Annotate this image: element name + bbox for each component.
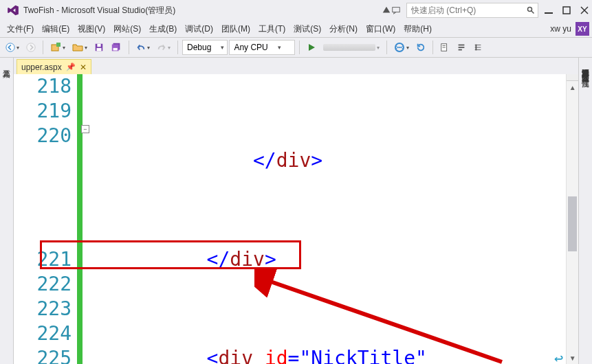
browser-select[interactable]: ▾ [320,40,382,55]
window-title: TwoFish - Microsoft Visual Studio(管理员) [23,5,175,16]
line-number [14,148,72,173]
nav-forward-button[interactable] [23,40,39,55]
toolbox-tab[interactable]: 工具箱 [0,60,13,69]
svg-line-2 [531,11,534,14]
search-icon[interactable] [524,3,538,17]
scrollbar-track[interactable] [567,93,578,352]
svg-rect-3 [545,12,553,14]
main-toolbar: ▾ ▾ ▾ ▾ ▾ Debug▾ Any CPU▾ ▾ ▾ [0,37,592,58]
uncomment-button[interactable] [470,40,485,55]
line-number: 223 [14,297,72,321]
username-label: xw yu [550,24,571,34]
menu-bar: 文件(F) 编辑(E) 视图(V) 网站(S) 生成(B) 调试(D) 团队(M… [0,21,592,37]
editor-column: upper.aspx 📌 ✕ 218 219 220 221 222 223 2… [14,58,578,364]
menu-build[interactable]: 生成(B) [145,22,181,36]
minimize-button[interactable] [544,5,553,15]
platform-select[interactable]: Any CPU▾ [229,40,295,55]
svg-rect-13 [97,48,102,51]
comment-button[interactable] [454,40,469,55]
line-number: 225 [14,346,72,364]
save-all-button[interactable] [108,40,124,55]
word-wrap-glyph-icon: ↩ [554,346,563,364]
svg-rect-0 [393,8,400,12]
configuration-select[interactable]: Debug▾ [182,40,228,55]
document-tab-upper-aspx[interactable]: upper.aspx 📌 ✕ [17,59,91,74]
menu-tools[interactable]: 工具(T) [254,22,289,36]
save-button[interactable] [91,40,107,55]
configuration-value: Debug [187,43,211,52]
line-number: 221 [14,247,72,272]
svg-point-8 [27,43,35,52]
refresh-browsers-button[interactable] [413,40,428,55]
redo-button[interactable]: ▾ [154,40,173,55]
code-line: </div> [89,148,566,173]
svg-point-1 [528,8,532,12]
splitter-handle[interactable] [567,74,578,81]
maximize-button[interactable] [562,5,571,15]
line-number: 218 [14,74,72,99]
svg-rect-10 [56,43,61,47]
menu-debug[interactable]: 调试(D) [181,22,217,36]
find-in-files-button[interactable] [437,40,452,55]
open-file-button[interactable]: ▾ [69,40,90,55]
vs-logo-icon [7,4,19,16]
line-number-gutter: 218 219 220 221 222 223 224 225 [14,74,77,364]
quick-launch-input[interactable] [407,4,524,16]
menu-website[interactable]: 网站(S) [109,22,145,36]
right-dock: 解决方案资源管理器 团队资源管理器 属性 [578,58,592,364]
line-number [14,173,72,198]
scroll-up-icon[interactable]: ▲ [567,81,578,93]
svg-rect-12 [97,44,100,47]
undo-button[interactable]: ▾ [133,40,153,55]
menu-test[interactable]: 测试(S) [289,22,325,36]
feedback-icon[interactable] [391,5,401,15]
scrollbar-thumb[interactable] [568,196,577,251]
line-number: 222 [14,272,72,297]
code-line: <div id="NickTitle"↩ [89,346,566,364]
menu-view[interactable]: 视图(V) [74,22,109,36]
collapse-toggle-icon[interactable]: − [81,125,89,133]
code-area[interactable]: </div> </div> <div id="NickTitle"↩ style… [89,74,566,364]
platform-value: Any CPU [234,43,267,52]
svg-rect-4 [563,7,570,14]
line-number: 219 [14,99,72,124]
browser-link-button[interactable]: ▾ [391,40,412,55]
line-number: 224 [14,321,72,346]
window-controls [544,5,589,15]
close-tab-icon[interactable]: ✕ [80,62,87,72]
title-bar: TwoFish - Microsoft Visual Studio(管理员) [0,0,592,21]
menu-window[interactable]: 窗口(W) [362,22,399,36]
menu-analyze[interactable]: 分析(N) [325,22,362,36]
quick-launch[interactable] [406,3,538,18]
user-initials-badge: XY [575,22,589,36]
menu-help[interactable]: 帮助(H) [399,22,436,36]
start-debug-button[interactable] [304,40,319,55]
new-project-button[interactable]: ▾ [47,40,68,55]
properties-tab[interactable]: 属性 [579,71,592,77]
line-number [14,223,72,247]
change-indicator-bar [77,74,83,364]
close-button[interactable] [580,5,589,15]
document-tab-label: upper.aspx [21,62,62,72]
code-line: </div> [89,247,566,272]
line-number: 220 [14,124,72,148]
menu-file[interactable]: 文件(F) [3,22,38,36]
team-explorer-tab[interactable]: 团队资源管理器 [579,66,592,71]
solution-explorer-tab[interactable]: 解决方案资源管理器 [579,60,592,66]
vertical-scrollbar[interactable]: ▲ ▼ [566,74,578,364]
scroll-down-icon[interactable]: ▼ [567,352,578,364]
line-number [14,198,72,223]
nav-back-button[interactable]: ▾ [3,40,22,55]
outline-column: − [83,74,89,364]
notifications-icon[interactable] [382,5,391,15]
pin-icon[interactable]: 📌 [66,62,76,71]
editor-body: 218 219 220 221 222 223 224 225 − [14,74,578,364]
svg-rect-16 [113,48,118,51]
svg-point-7 [6,43,14,52]
menu-edit[interactable]: 编辑(E) [38,22,74,36]
user-badge[interactable]: xw yu XY [550,22,589,36]
document-tabstrip: upper.aspx 📌 ✕ [14,58,578,74]
menu-team[interactable]: 团队(M) [217,22,254,36]
left-dock: 工具箱 [0,58,14,364]
workspace: 工具箱 upper.aspx 📌 ✕ 218 219 220 221 222 2… [0,58,592,364]
